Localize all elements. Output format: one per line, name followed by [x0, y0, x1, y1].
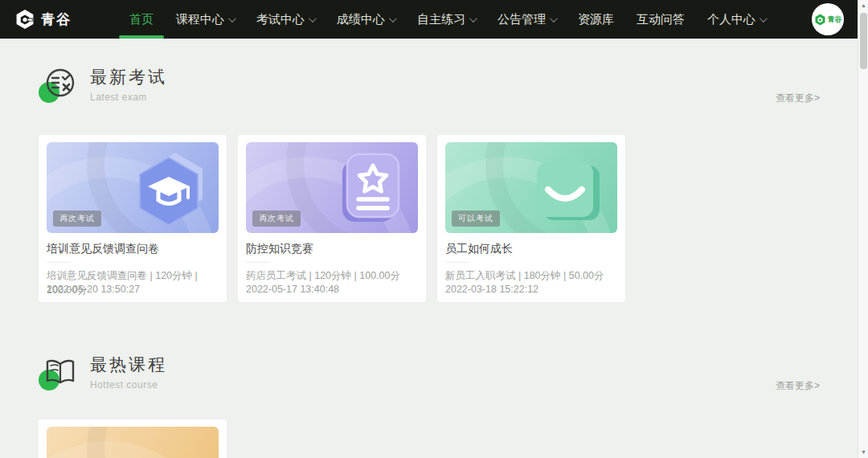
exam-card[interactable]: 可以考试 员工如何成长 新员工入职考试 | 180分钟 | 50.00分 202… [437, 135, 625, 302]
exam-title: 防控知识竞赛 [246, 242, 418, 256]
nav-item-label: 资源库 [578, 12, 614, 27]
nav-item-label: 自主练习 [417, 12, 465, 27]
exam-title: 培训意见反馈调查问卷 [47, 242, 219, 256]
latest-exam-header: 最新考试 Latest exam 查看更多> [39, 66, 820, 104]
chevron-down-icon [469, 14, 477, 22]
chevron-down-icon [309, 14, 317, 22]
top-nav: 青谷 首页 课程中心 考试中心 成绩中心 自主练习 公告管理 资源库 互动问答 … [0, 0, 868, 39]
nav-item-成绩中心[interactable]: 成绩中心 [326, 0, 406, 39]
divider [47, 262, 71, 263]
latest-exam-icon-wrap [39, 66, 76, 104]
status-badge: 可以考试 [452, 211, 500, 227]
brand-hexagon-icon [14, 9, 35, 30]
exam-cover-icon-slot [527, 148, 604, 228]
nav-item-个人中心[interactable]: 个人中心 [696, 0, 776, 39]
chevron-down-icon [550, 14, 558, 22]
section-subtitle: Hottest course [90, 379, 167, 391]
exam-title: 员工如何成长 [445, 242, 617, 256]
nav-item-label: 首页 [129, 12, 154, 27]
active-tab-underline [119, 35, 164, 39]
avatar-hexagon-icon [814, 14, 826, 26]
divider [246, 262, 270, 263]
exam-cover-icon-slot [336, 148, 405, 228]
nav-item-首页[interactable]: 首页 [118, 0, 165, 39]
nav-item-label: 考试中心 [256, 12, 305, 27]
exam-meta: 药店员工考试 | 120分钟 | 100.00分 [246, 268, 418, 283]
status-badge: 再次考试 [252, 211, 301, 227]
hottest-course-header: 最热课程 Hottest course 查看更多> [39, 354, 820, 392]
course-card-partial[interactable] [39, 419, 227, 458]
open-book-icon [43, 355, 77, 389]
certificate-star-icon [336, 148, 405, 225]
exam-date: 2022-03-18 15:22:12 [445, 284, 538, 295]
course-cover [47, 427, 219, 458]
vertical-scrollbar[interactable]: ▲ ▼ [858, 0, 868, 458]
exam-date: 2022-05-20 13:50:27 [47, 284, 140, 295]
user-avatar[interactable]: 青谷 [812, 3, 844, 35]
nav-item-考试中心[interactable]: 考试中心 [245, 0, 326, 39]
section-title: 最新考试 [90, 66, 167, 88]
hottest-course-icon-wrap [39, 354, 76, 392]
exam-cover: 再次考试 [246, 142, 418, 233]
exam-cover-icon-slot [132, 148, 206, 228]
nav-item-互动问答[interactable]: 互动问答 [625, 0, 696, 39]
nav-item-label: 公告管理 [497, 12, 546, 27]
scrollbar-thumb[interactable] [860, 13, 867, 69]
hottest-course-more-link[interactable]: 查看更多> [776, 379, 820, 393]
chevron-down-icon [389, 14, 397, 22]
section-subtitle: Latest exam [90, 92, 167, 103]
exam-date: 2022-05-17 13:40:48 [246, 284, 339, 295]
nav-item-label: 成绩中心 [337, 12, 385, 27]
chevron-down-icon [760, 14, 768, 22]
exam-card[interactable]: 再次考试 培训意见反馈调查问卷 培训意见反馈调查问卷 | 120分钟 | 100… [39, 135, 227, 302]
nav-item-label: 课程中心 [176, 12, 224, 27]
latest-exam-more-link[interactable]: 查看更多> [776, 92, 820, 105]
scrollbar-up-arrow[interactable]: ▲ [858, 0, 868, 11]
nav-item-课程中心[interactable]: 课程中心 [165, 0, 245, 39]
section-title: 最热课程 [90, 354, 167, 376]
nav-item-自主练习[interactable]: 自主练习 [406, 0, 486, 39]
exam-list-icon [43, 67, 76, 101]
nav-item-label: 互动问答 [637, 12, 685, 27]
nav-menu: 首页 课程中心 考试中心 成绩中心 自主练习 公告管理 资源库 互动问答 个人中… [118, 0, 776, 39]
nav-item-公告管理[interactable]: 公告管理 [486, 0, 567, 39]
exam-card[interactable]: 再次考试 防控知识竞赛 药店员工考试 | 120分钟 | 100.00分 202… [238, 135, 426, 302]
divider [445, 262, 469, 263]
main-content: 最新考试 Latest exam 查看更多> 再次考试 培训意见反馈调查问卷 培… [0, 66, 868, 458]
scrollbar-down-arrow[interactable]: ▼ [858, 447, 868, 458]
brand-name: 青谷 [41, 10, 72, 29]
exam-meta: 新员工入职考试 | 180分钟 | 50.00分 [445, 268, 617, 283]
chevron-down-icon [228, 14, 236, 22]
brand-logo[interactable]: 青谷 [14, 9, 72, 30]
status-badge: 再次考试 [53, 211, 101, 227]
hottest-course-titles: 最热课程 Hottest course [90, 354, 167, 391]
graduation-cap-icon [132, 148, 206, 225]
exam-cards-row: 再次考试 培训意见反馈调查问卷 培训意见反馈调查问卷 | 120分钟 | 100… [39, 135, 868, 302]
bag-smile-icon [527, 148, 604, 225]
exam-cover: 可以考试 [445, 142, 617, 233]
exam-cover: 再次考试 [47, 142, 219, 233]
nav-item-资源库[interactable]: 资源库 [567, 0, 625, 39]
latest-exam-titles: 最新考试 Latest exam [90, 66, 167, 103]
nav-item-label: 个人中心 [707, 12, 755, 27]
avatar-brand-text: 青谷 [828, 14, 842, 25]
